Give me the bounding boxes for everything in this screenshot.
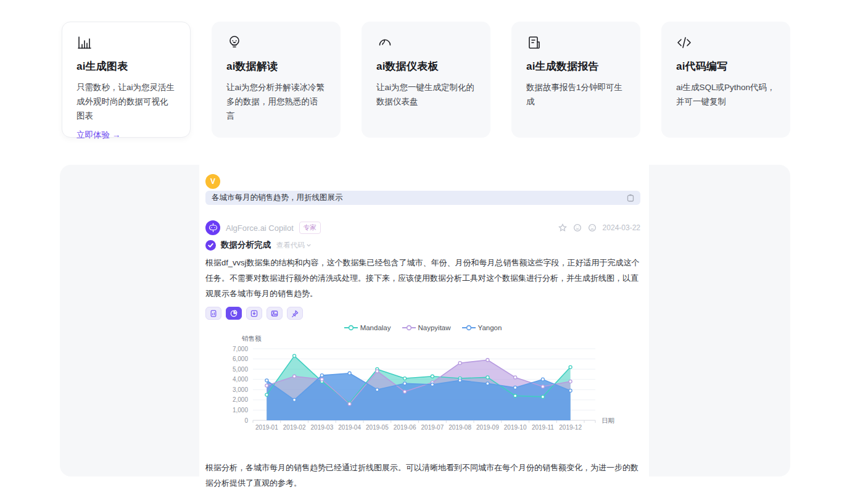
user-avatar: V [205,174,220,189]
copy-icon[interactable] [627,194,634,202]
card-ai-dashboard[interactable]: ai数据仪表板 让ai为您一键生成定制化的数据仪表盘 [362,22,490,138]
bulb-icon [226,35,326,51]
chart-legend: MandalayNaypyitawYangon [205,324,640,331]
card-desc: 只需数秒，让ai为您灵活生成外观时尚的数据可视化图表 [76,80,176,123]
star-icon[interactable] [558,223,567,232]
svg-text:2019-10: 2019-10 [504,424,527,431]
card-desc: 让ai为您一键生成定制化的数据仪表盘 [376,80,476,109]
user-message-text: 各城市每月的销售趋势，用折线图展示 [212,193,627,203]
doc-icon[interactable] [205,307,221,320]
message-date: 2024-03-22 [603,223,640,232]
legend-item-mandalay[interactable]: Mandalay [344,324,391,331]
chat-card: V 各城市每月的销售趋势，用折线图展示 A [199,165,649,476]
svg-text:2019-06: 2019-06 [394,424,416,431]
svg-text:2019-05: 2019-05 [366,424,389,431]
card-ai-report[interactable]: ai生成数据报告 数据故事报告1分钟即可生成 [511,22,640,138]
svg-text:6,000: 6,000 [233,356,248,362]
chevron-down-icon [307,244,311,247]
svg-text:7,000: 7,000 [233,346,248,352]
svg-text:1,000: 1,000 [233,407,248,414]
svg-text:5,000: 5,000 [233,366,248,373]
card-ai-interpret[interactable]: ai数据解读 让ai为您分析并解读冰冷繁多的数据，用您熟悉的语言 [212,22,341,138]
analysis-paragraph: 根据df_vvsj数据集的结构和内容，这个数据集已经包含了城市、年份、月份和每月… [205,255,640,301]
bot-avatar-robot-icon [205,220,220,235]
svg-text:2019-02: 2019-02 [283,424,306,431]
pin-icon[interactable] [287,307,303,320]
image-icon[interactable] [267,307,283,320]
legend-label: Mandalay [360,324,391,331]
bot-header: AlgForce.ai Copilot 专家 2024-03-22 [205,220,640,235]
card-desc: 让ai为您分析并解读冰冷繁多的数据，用您熟悉的语言 [226,80,326,123]
legend-marker-icon [402,325,416,331]
card-title: ai代码编写 [676,59,775,73]
legend-label: Yangon [478,324,502,331]
status-text: 数据分析完成 [221,239,271,251]
svg-text:0: 0 [244,417,248,424]
report-icon [526,35,626,51]
code-icon [676,35,775,51]
svg-text:4,000: 4,000 [233,376,248,383]
gauge-icon [376,35,476,51]
card-desc: 数据故事报告1分钟即可生成 [526,80,626,109]
legend-item-yangon[interactable]: Yangon [462,324,502,331]
card-ai-code[interactable]: ai代码编写 ai生成SQL或Python代码，并可一键复制 [661,22,790,138]
card-title: ai生成数据报告 [526,59,626,73]
card-title: ai生成图表 [76,59,176,73]
check-circle-icon [205,240,216,251]
user-message-bubble: 各城市每月的销售趋势，用折线图展示 [205,191,640,205]
card-title: ai数据仪表板 [376,59,476,73]
card-desc: ai生成SQL或Python代码，并可一键复制 [676,80,775,109]
download-icon[interactable] [246,307,262,320]
expert-badge: 专家 [299,222,321,234]
svg-text:2019-03: 2019-03 [311,424,334,431]
try-now-link[interactable]: 立即体验 → [76,130,176,141]
svg-text:日期: 日期 [601,417,614,424]
svg-text:销售额: 销售额 [241,335,262,342]
chat-demo-panel: V 各城市每月的销售趋势，用折线图展示 A [60,165,790,476]
svg-text:2019-08: 2019-08 [448,424,471,431]
svg-text:2019-07: 2019-07 [421,424,444,431]
legend-label: Naypyitaw [418,324,451,331]
svg-text:2019-11: 2019-11 [532,424,554,431]
bar-chart-icon [76,35,176,51]
tools-row [205,307,640,320]
closing-paragraph: 根据分析，各城市每月的销售趋势已经通过折线图展示。可以清晰地看到不同城市在每个月… [205,460,640,491]
svg-text:2,000: 2,000 [233,396,248,403]
svg-text:2019-04: 2019-04 [338,424,361,431]
card-title: ai数据解读 [226,59,326,73]
legend-marker-icon [344,325,358,331]
smiley-icon[interactable] [573,223,582,232]
feature-cards-row: ai生成图表 只需数秒，让ai为您灵活生成外观时尚的数据可视化图表 立即体验 →… [62,22,790,138]
pie-chart-icon[interactable] [226,307,242,320]
view-code-link[interactable]: 查看代码 [276,241,311,250]
svg-text:2019-01: 2019-01 [255,424,278,431]
frown-icon[interactable] [588,223,597,232]
analysis-status-row: 数据分析完成 查看代码 [205,239,640,251]
sales-trend-chart: 01,0002,0003,0004,0005,0006,0007,000销售额2… [205,333,637,433]
view-code-label: 查看代码 [276,241,305,250]
bot-name: AlgForce.ai Copilot [226,223,294,233]
card-ai-chart[interactable]: ai生成图表 只需数秒，让ai为您灵活生成外观时尚的数据可视化图表 立即体验 → [62,22,191,138]
legend-marker-icon [462,325,476,331]
svg-text:2019-12: 2019-12 [559,424,582,431]
legend-item-naypyitaw[interactable]: Naypyitaw [402,324,451,331]
svg-text:2019-09: 2019-09 [476,424,499,431]
svg-text:3,000: 3,000 [233,386,248,393]
